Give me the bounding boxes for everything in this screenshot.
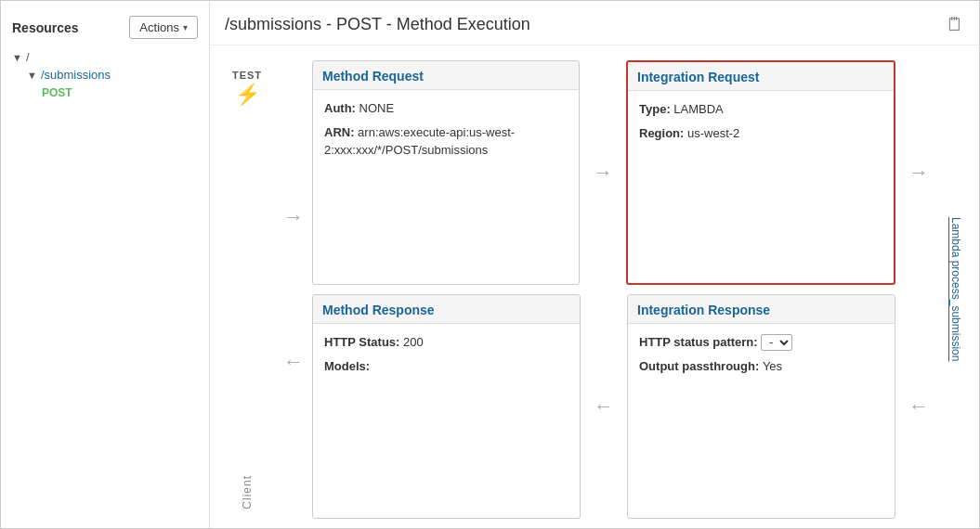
auth-value: NONE: [359, 101, 395, 115]
clipboard-icon[interactable]: 🗒: [946, 14, 964, 35]
caret-icon: ▾: [183, 22, 188, 32]
integration-response-header: Integration Response: [628, 295, 895, 324]
tree-expand-icon: ▼: [12, 52, 22, 63]
arrow-right-middle-top: →: [580, 60, 626, 285]
http-status: HTTP Status: 200: [324, 333, 568, 352]
tree-root-item[interactable]: ▼ /: [1, 48, 209, 66]
http-status-value: 200: [403, 335, 424, 349]
diagram-area: TEST ⚡ Client → ← Method Request: [210, 45, 979, 528]
integration-request-header: Integration Request: [628, 62, 894, 91]
main-content: /submissions - POST - Method Execution 🗒…: [210, 1, 979, 528]
method-response-box: Method Response HTTP Status: 200 Models:: [312, 294, 581, 519]
tree-post-item[interactable]: POST: [1, 84, 209, 101]
arrow-right-top: →: [283, 205, 304, 229]
integration-region: Region: us-west-2: [639, 124, 882, 143]
main-header: /submissions - POST - Method Execution 🗒: [210, 1, 979, 45]
test-label: TEST: [232, 70, 262, 81]
auth-label: Auth:: [324, 101, 359, 115]
method-request-title[interactable]: Method Request: [322, 69, 424, 84]
method-request-auth: Auth: NONE: [324, 99, 568, 118]
sidebar-header: Resources Actions ▾: [1, 10, 209, 48]
integration-request-title[interactable]: Integration Request: [637, 70, 759, 84]
http-pattern-label: HTTP status pattern:: [639, 335, 761, 349]
arn-label: ARN:: [324, 125, 358, 139]
tree-root-label: /: [26, 50, 30, 64]
region-value: us-west-2: [687, 126, 739, 140]
arrow-left-from-lambda: ←: [895, 294, 942, 519]
client-label: Client: [241, 475, 254, 510]
output-value: Yes: [763, 359, 782, 373]
integration-request-box: Integration Request Type: LAMBDA Region:…: [626, 60, 895, 285]
sidebar: Resources Actions ▾ ▼ / ▼ /submissions P…: [1, 1, 210, 528]
integration-request-body: Type: LAMBDA Region: us-west-2: [628, 91, 894, 283]
method-request-body: Auth: NONE ARN: arn:aws:execute-api:us-w…: [313, 90, 579, 284]
output-passthrough: Output passthrough: Yes: [639, 357, 883, 376]
models-label: Models:: [324, 359, 370, 373]
actions-label: Actions: [139, 20, 179, 34]
page-title: /submissions - POST - Method Execution: [225, 15, 530, 34]
lightning-icon: ⚡: [235, 83, 260, 107]
lambda-link[interactable]: Lambda process_submission: [949, 217, 962, 361]
type-label: Type:: [639, 102, 673, 116]
http-status-label: HTTP Status:: [324, 335, 403, 349]
tree-expand-icon-2: ▼: [27, 70, 37, 81]
region-label: Region:: [639, 126, 687, 140]
http-status-pattern: HTTP status pattern: -: [639, 333, 883, 352]
arrow-left-middle-bottom: ←: [581, 294, 627, 519]
integration-type: Type: LAMBDA: [639, 100, 882, 119]
method-response-title[interactable]: Method Response: [322, 303, 435, 317]
method-response-header: Method Response: [313, 295, 580, 324]
actions-button[interactable]: Actions ▾: [129, 16, 198, 39]
test-button[interactable]: TEST ⚡: [232, 70, 262, 107]
right-strip: Lambda process_submission: [942, 60, 970, 519]
submissions-link[interactable]: /submissions: [41, 68, 111, 82]
integration-response-title[interactable]: Integration Response: [637, 303, 770, 317]
type-value: LAMBDA: [673, 102, 723, 116]
arrow-right-to-lambda: →: [895, 60, 942, 285]
http-status-pattern-select[interactable]: -: [761, 334, 792, 351]
post-label: POST: [42, 86, 72, 99]
method-response-body: HTTP Status: 200 Models:: [313, 324, 580, 518]
models: Models:: [324, 357, 568, 376]
method-request-box: Method Request Auth: NONE ARN: arn:aws:e…: [312, 60, 580, 285]
tree-submissions-item[interactable]: ▼ /submissions: [1, 66, 209, 84]
integration-response-box: Integration Response HTTP status pattern…: [627, 294, 895, 519]
method-request-header: Method Request: [313, 61, 579, 90]
arrow-left-bottom: ←: [283, 350, 304, 374]
method-request-arn: ARN: arn:aws:execute-api:us-west-2:xxx:x…: [324, 123, 568, 160]
output-label: Output passthrough:: [639, 359, 763, 373]
left-strip: TEST ⚡ Client: [219, 60, 275, 519]
integration-response-body: HTTP status pattern: - Output passthroug…: [628, 324, 895, 518]
resources-label: Resources: [12, 20, 79, 35]
